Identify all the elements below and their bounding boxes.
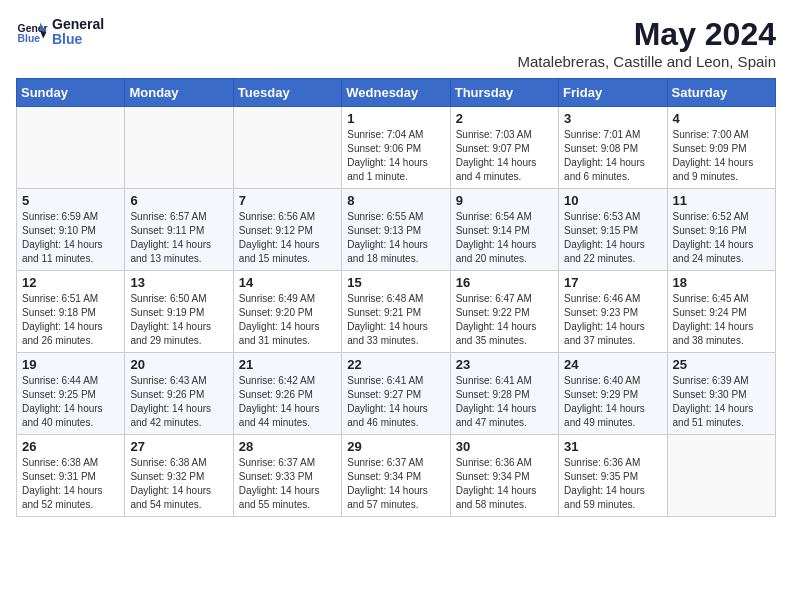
week-row-1: 1Sunrise: 7:04 AM Sunset: 9:06 PM Daylig… — [17, 107, 776, 189]
day-info: Sunrise: 6:55 AM Sunset: 9:13 PM Dayligh… — [347, 210, 444, 266]
day-cell: 20Sunrise: 6:43 AM Sunset: 9:26 PM Dayli… — [125, 353, 233, 435]
day-number: 6 — [130, 193, 227, 208]
week-row-4: 19Sunrise: 6:44 AM Sunset: 9:25 PM Dayli… — [17, 353, 776, 435]
day-info: Sunrise: 7:03 AM Sunset: 9:07 PM Dayligh… — [456, 128, 553, 184]
day-number: 24 — [564, 357, 661, 372]
day-cell: 17Sunrise: 6:46 AM Sunset: 9:23 PM Dayli… — [559, 271, 667, 353]
day-cell: 28Sunrise: 6:37 AM Sunset: 9:33 PM Dayli… — [233, 435, 341, 517]
day-number: 12 — [22, 275, 119, 290]
day-info: Sunrise: 6:52 AM Sunset: 9:16 PM Dayligh… — [673, 210, 770, 266]
day-number: 28 — [239, 439, 336, 454]
col-header-wednesday: Wednesday — [342, 79, 450, 107]
day-cell: 30Sunrise: 6:36 AM Sunset: 9:34 PM Dayli… — [450, 435, 558, 517]
day-cell: 7Sunrise: 6:56 AM Sunset: 9:12 PM Daylig… — [233, 189, 341, 271]
day-info: Sunrise: 6:50 AM Sunset: 9:19 PM Dayligh… — [130, 292, 227, 348]
logo-line1: General — [52, 17, 104, 32]
day-info: Sunrise: 6:57 AM Sunset: 9:11 PM Dayligh… — [130, 210, 227, 266]
col-header-sunday: Sunday — [17, 79, 125, 107]
day-number: 4 — [673, 111, 770, 126]
day-cell: 14Sunrise: 6:49 AM Sunset: 9:20 PM Dayli… — [233, 271, 341, 353]
logo-text: General Blue — [52, 17, 104, 48]
subtitle: Matalebreras, Castille and Leon, Spain — [518, 53, 777, 70]
logo-icon: General Blue — [16, 16, 48, 48]
day-cell: 25Sunrise: 6:39 AM Sunset: 9:30 PM Dayli… — [667, 353, 775, 435]
day-info: Sunrise: 6:53 AM Sunset: 9:15 PM Dayligh… — [564, 210, 661, 266]
day-cell: 22Sunrise: 6:41 AM Sunset: 9:27 PM Dayli… — [342, 353, 450, 435]
day-info: Sunrise: 7:01 AM Sunset: 9:08 PM Dayligh… — [564, 128, 661, 184]
week-row-2: 5Sunrise: 6:59 AM Sunset: 9:10 PM Daylig… — [17, 189, 776, 271]
col-header-monday: Monday — [125, 79, 233, 107]
title-area: May 2024 Matalebreras, Castille and Leon… — [518, 16, 777, 70]
day-info: Sunrise: 6:44 AM Sunset: 9:25 PM Dayligh… — [22, 374, 119, 430]
main-title: May 2024 — [518, 16, 777, 53]
day-cell: 19Sunrise: 6:44 AM Sunset: 9:25 PM Dayli… — [17, 353, 125, 435]
day-cell: 24Sunrise: 6:40 AM Sunset: 9:29 PM Dayli… — [559, 353, 667, 435]
day-number: 14 — [239, 275, 336, 290]
day-number: 25 — [673, 357, 770, 372]
day-cell — [233, 107, 341, 189]
day-cell — [17, 107, 125, 189]
day-cell: 27Sunrise: 6:38 AM Sunset: 9:32 PM Dayli… — [125, 435, 233, 517]
day-number: 13 — [130, 275, 227, 290]
day-info: Sunrise: 6:48 AM Sunset: 9:21 PM Dayligh… — [347, 292, 444, 348]
day-info: Sunrise: 7:04 AM Sunset: 9:06 PM Dayligh… — [347, 128, 444, 184]
day-info: Sunrise: 6:43 AM Sunset: 9:26 PM Dayligh… — [130, 374, 227, 430]
day-info: Sunrise: 6:38 AM Sunset: 9:32 PM Dayligh… — [130, 456, 227, 512]
day-info: Sunrise: 6:42 AM Sunset: 9:26 PM Dayligh… — [239, 374, 336, 430]
day-info: Sunrise: 6:51 AM Sunset: 9:18 PM Dayligh… — [22, 292, 119, 348]
day-number: 1 — [347, 111, 444, 126]
day-cell: 13Sunrise: 6:50 AM Sunset: 9:19 PM Dayli… — [125, 271, 233, 353]
day-info: Sunrise: 7:00 AM Sunset: 9:09 PM Dayligh… — [673, 128, 770, 184]
day-number: 26 — [22, 439, 119, 454]
day-info: Sunrise: 6:36 AM Sunset: 9:34 PM Dayligh… — [456, 456, 553, 512]
day-cell: 11Sunrise: 6:52 AM Sunset: 9:16 PM Dayli… — [667, 189, 775, 271]
day-number: 7 — [239, 193, 336, 208]
day-info: Sunrise: 6:49 AM Sunset: 9:20 PM Dayligh… — [239, 292, 336, 348]
header: General Blue General Blue May 2024 Matal… — [16, 16, 776, 70]
day-number: 10 — [564, 193, 661, 208]
day-number: 17 — [564, 275, 661, 290]
day-info: Sunrise: 6:54 AM Sunset: 9:14 PM Dayligh… — [456, 210, 553, 266]
day-cell: 31Sunrise: 6:36 AM Sunset: 9:35 PM Dayli… — [559, 435, 667, 517]
day-number: 9 — [456, 193, 553, 208]
day-number: 19 — [22, 357, 119, 372]
day-cell — [667, 435, 775, 517]
day-cell: 4Sunrise: 7:00 AM Sunset: 9:09 PM Daylig… — [667, 107, 775, 189]
day-number: 30 — [456, 439, 553, 454]
col-header-friday: Friday — [559, 79, 667, 107]
day-info: Sunrise: 6:37 AM Sunset: 9:33 PM Dayligh… — [239, 456, 336, 512]
day-info: Sunrise: 6:56 AM Sunset: 9:12 PM Dayligh… — [239, 210, 336, 266]
col-header-thursday: Thursday — [450, 79, 558, 107]
day-cell: 10Sunrise: 6:53 AM Sunset: 9:15 PM Dayli… — [559, 189, 667, 271]
day-info: Sunrise: 6:45 AM Sunset: 9:24 PM Dayligh… — [673, 292, 770, 348]
svg-text:Blue: Blue — [18, 33, 41, 44]
day-cell: 8Sunrise: 6:55 AM Sunset: 9:13 PM Daylig… — [342, 189, 450, 271]
day-info: Sunrise: 6:41 AM Sunset: 9:27 PM Dayligh… — [347, 374, 444, 430]
day-cell: 16Sunrise: 6:47 AM Sunset: 9:22 PM Dayli… — [450, 271, 558, 353]
day-cell — [125, 107, 233, 189]
day-number: 11 — [673, 193, 770, 208]
day-cell: 5Sunrise: 6:59 AM Sunset: 9:10 PM Daylig… — [17, 189, 125, 271]
day-number: 20 — [130, 357, 227, 372]
day-cell: 2Sunrise: 7:03 AM Sunset: 9:07 PM Daylig… — [450, 107, 558, 189]
day-info: Sunrise: 6:59 AM Sunset: 9:10 PM Dayligh… — [22, 210, 119, 266]
day-cell: 1Sunrise: 7:04 AM Sunset: 9:06 PM Daylig… — [342, 107, 450, 189]
day-info: Sunrise: 6:47 AM Sunset: 9:22 PM Dayligh… — [456, 292, 553, 348]
day-number: 5 — [22, 193, 119, 208]
day-number: 18 — [673, 275, 770, 290]
day-cell: 12Sunrise: 6:51 AM Sunset: 9:18 PM Dayli… — [17, 271, 125, 353]
day-number: 22 — [347, 357, 444, 372]
day-cell: 26Sunrise: 6:38 AM Sunset: 9:31 PM Dayli… — [17, 435, 125, 517]
day-cell: 21Sunrise: 6:42 AM Sunset: 9:26 PM Dayli… — [233, 353, 341, 435]
day-info: Sunrise: 6:36 AM Sunset: 9:35 PM Dayligh… — [564, 456, 661, 512]
logo: General Blue General Blue — [16, 16, 104, 48]
day-number: 27 — [130, 439, 227, 454]
calendar-table: SundayMondayTuesdayWednesdayThursdayFrid… — [16, 78, 776, 517]
day-number: 21 — [239, 357, 336, 372]
day-info: Sunrise: 6:40 AM Sunset: 9:29 PM Dayligh… — [564, 374, 661, 430]
day-number: 2 — [456, 111, 553, 126]
day-number: 16 — [456, 275, 553, 290]
day-number: 8 — [347, 193, 444, 208]
day-number: 23 — [456, 357, 553, 372]
day-cell: 29Sunrise: 6:37 AM Sunset: 9:34 PM Dayli… — [342, 435, 450, 517]
